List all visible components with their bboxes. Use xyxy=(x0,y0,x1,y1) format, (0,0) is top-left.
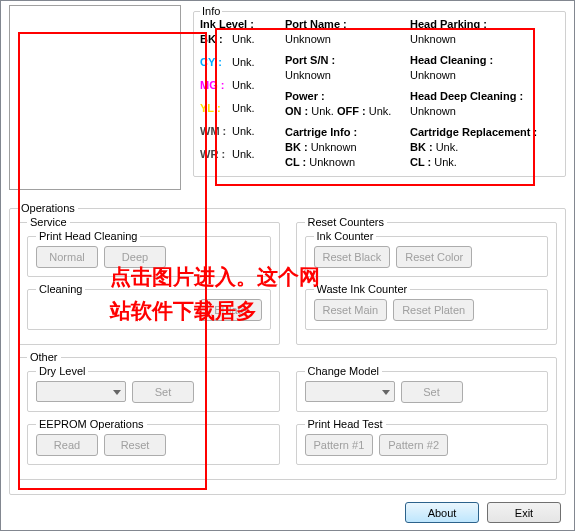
model-set-button[interactable]: Set xyxy=(401,381,463,403)
other-legend: Other xyxy=(27,351,61,363)
cartrep-cl-value: Unk. xyxy=(434,156,457,168)
reset-platen-button[interactable]: Reset Platen xyxy=(393,299,474,321)
port-sn-value: Unknown xyxy=(285,68,400,83)
info-legend: Info xyxy=(200,5,222,17)
cleaning-group: Cleaning BPlate xyxy=(27,283,271,330)
reset-color-button[interactable]: Reset Color xyxy=(396,246,472,268)
info-group: Info Ink Level : BK :Unk. CY :Unk. MG :U… xyxy=(193,5,566,177)
port-sn-label: Port S/N : xyxy=(285,53,400,68)
ink-bk-value: Unk. xyxy=(232,32,255,47)
head-deep-value: Unknown xyxy=(410,104,559,119)
other-group: Other Dry Level Set EEPROM Operations Re… xyxy=(18,351,557,480)
deep-button[interactable]: Deep xyxy=(104,246,166,268)
cartinfo-cl-value: Unknown xyxy=(309,156,355,168)
operations-group: Operations Service Print Head Cleaning N… xyxy=(9,202,566,495)
ink-wr-label: WR : xyxy=(200,147,232,162)
dry-level-select[interactable] xyxy=(36,381,126,402)
eeprom-legend: EEPROM Operations xyxy=(36,418,147,430)
cleaning-legend: Cleaning xyxy=(36,283,85,295)
cartridge-info-label: Cartrige Info : xyxy=(285,125,400,140)
reset-legend: Reset Counters xyxy=(305,216,387,228)
head-cleaning-value: Unknown xyxy=(410,68,559,83)
phc-legend: Print Head Cleaning xyxy=(36,230,140,242)
waste-legend: Waste Ink Counter xyxy=(314,283,411,295)
head-cleaning-label: Head Cleaning : xyxy=(410,53,559,68)
operations-legend: Operations xyxy=(18,202,78,214)
eeprom-read-button[interactable]: Read xyxy=(36,434,98,456)
normal-button[interactable]: Normal xyxy=(36,246,98,268)
exit-button[interactable]: Exit xyxy=(487,502,561,523)
ink-counter-group: Ink Counter Reset Black Reset Color xyxy=(305,230,549,277)
change-model-legend: Change Model xyxy=(305,365,383,377)
print-head-test-group: Print Head Test Pattern #1 Pattern #2 xyxy=(296,418,549,465)
ink-cy-value: Unk. xyxy=(232,55,255,70)
dry-set-button[interactable]: Set xyxy=(132,381,194,403)
image-preview-panel[interactable] xyxy=(9,5,181,190)
reset-black-button[interactable]: Reset Black xyxy=(314,246,391,268)
ink-cy-label: CY : xyxy=(200,55,232,70)
head-deep-label: Head Deep Cleaning : xyxy=(410,89,559,104)
pattern2-button[interactable]: Pattern #2 xyxy=(379,434,448,456)
port-name-label: Port Name : xyxy=(285,17,400,32)
reset-counters-group: Reset Counters Ink Counter Reset Black R… xyxy=(296,216,558,345)
dry-level-group: Dry Level Set xyxy=(27,365,280,412)
reset-main-button[interactable]: Reset Main xyxy=(314,299,388,321)
power-values: ON : Unk. OFF : Unk. xyxy=(285,104,400,119)
eeprom-reset-button[interactable]: Reset xyxy=(104,434,166,456)
ink-mg-label: MG : xyxy=(200,78,232,93)
change-model-group: Change Model Set xyxy=(296,365,549,412)
cartinfo-bk-value: Unknown xyxy=(311,141,357,153)
ink-yl-label: YL : xyxy=(200,101,232,116)
cart-replace-label: Cartridge Replacement : xyxy=(410,125,559,140)
ink-wm-value: Unk. xyxy=(232,124,255,139)
ink-wr-value: Unk. xyxy=(232,147,255,162)
head-parking-label: Head Parking : xyxy=(410,17,559,32)
ink-wm-label: WM : xyxy=(200,124,232,139)
port-name-value: Unknown xyxy=(285,32,400,47)
ink-mg-value: Unk. xyxy=(232,78,255,93)
app-window: Info Ink Level : BK :Unk. CY :Unk. MG :U… xyxy=(0,0,575,531)
pht-legend: Print Head Test xyxy=(305,418,386,430)
waste-ink-counter-group: Waste Ink Counter Reset Main Reset Plate… xyxy=(305,283,549,330)
service-legend: Service xyxy=(27,216,70,228)
power-label: Power : xyxy=(285,89,400,104)
about-button[interactable]: About xyxy=(405,502,479,523)
ink-counter-legend: Ink Counter xyxy=(314,230,377,242)
ink-yl-value: Unk. xyxy=(232,101,255,116)
head-parking-value: Unknown xyxy=(410,32,559,47)
print-head-cleaning-group: Print Head Cleaning Normal Deep xyxy=(27,230,271,277)
ink-bk-label: BK : xyxy=(200,32,232,47)
eeprom-group: EEPROM Operations Read Reset xyxy=(27,418,280,465)
pattern1-button[interactable]: Pattern #1 xyxy=(305,434,374,456)
cartrep-bk-value: Unk. xyxy=(436,141,459,153)
ink-level-label: Ink Level : xyxy=(200,17,275,32)
bplate-button[interactable]: BPlate xyxy=(200,299,262,321)
change-model-select[interactable] xyxy=(305,381,395,402)
service-group: Service Print Head Cleaning Normal Deep … xyxy=(18,216,280,345)
dry-legend: Dry Level xyxy=(36,365,88,377)
